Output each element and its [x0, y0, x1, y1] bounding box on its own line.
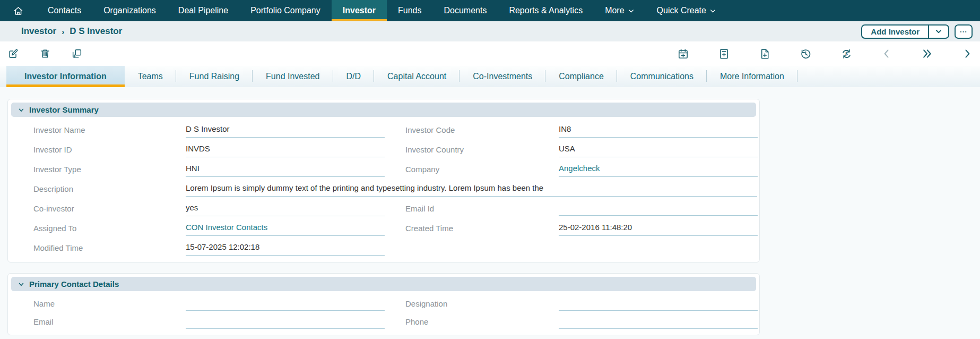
add-investor-split-button: Add Investor — [861, 24, 949, 39]
investor-country-label: Investor Country — [385, 145, 559, 154]
breadcrumb-bar: Investor › D S Investor Add Investor ... — [0, 21, 980, 41]
investor-id-value[interactable]: INVDS — [186, 142, 385, 157]
header-actions: Add Investor ... — [861, 24, 973, 39]
chevron-right-icon[interactable] — [962, 48, 973, 59]
tab-label: Fund Raising — [189, 72, 239, 81]
chevron-down-icon — [18, 281, 25, 288]
contact-email-value[interactable] — [186, 315, 385, 329]
double-chevron-right-icon[interactable] — [921, 48, 933, 59]
modified-time-value: 15-07-2025 12:02:18 — [186, 240, 385, 256]
tab-fund-raising[interactable]: Fund Raising — [176, 66, 253, 87]
nav-home-button[interactable] — [0, 0, 37, 21]
company-value-link[interactable]: Angelcheck — [559, 162, 758, 177]
designation-value[interactable] — [559, 296, 758, 311]
co-investor-label: Co-investor — [33, 204, 186, 213]
nav-item-investor[interactable]: Investor — [332, 0, 387, 21]
phone-value[interactable] — [559, 315, 758, 329]
nav-item-label: Reports & Analytics — [509, 6, 583, 15]
delete-icon[interactable] — [39, 48, 51, 60]
investor-code-label: Investor Code — [385, 125, 559, 134]
field-row: Investor Type HNI Company Angelcheck — [8, 159, 759, 179]
tab-dd[interactable]: D/D — [333, 66, 375, 87]
primary-contact-card: Primary Contact Details Name Designation… — [7, 273, 760, 335]
nav-item-quick-create[interactable]: Quick Create — [646, 0, 727, 21]
tab-fund-invested[interactable]: Fund Invested — [253, 66, 333, 87]
email-id-value[interactable] — [559, 201, 758, 216]
nav-item-organizations[interactable]: Organizations — [92, 0, 167, 21]
investor-type-value[interactable]: HNI — [186, 162, 385, 177]
nav-item-reports-analytics[interactable]: Reports & Analytics — [498, 0, 594, 21]
description-value[interactable]: Lorem Ipsum is simply dummy text of the … — [186, 181, 757, 197]
tab-investor-information[interactable]: Investor Information — [6, 66, 125, 87]
nav-item-label: Organizations — [103, 6, 156, 15]
tab-label: Fund Invested — [266, 72, 319, 81]
investor-country-value[interactable]: USA — [559, 142, 758, 157]
tab-label: More Information — [720, 72, 784, 81]
nav-item-label: Contacts — [48, 6, 81, 15]
contact-name-label: Name — [33, 299, 186, 308]
contact-name-value[interactable] — [186, 296, 385, 311]
tab-label: Investor Information — [24, 72, 107, 81]
breadcrumb: Investor › D S Investor — [21, 26, 122, 37]
section-title: Investor Summary — [29, 105, 99, 114]
currency-sync-icon[interactable]: $ — [840, 48, 853, 60]
field-row: Investor ID INVDS Investor Country USA — [8, 140, 759, 159]
field-row: Co-investor yes Email Id — [8, 199, 759, 218]
created-time-value: 25-02-2016 11:48:20 — [559, 221, 758, 236]
email-id-label: Email Id — [385, 204, 559, 213]
tab-teams[interactable]: Teams — [125, 66, 176, 87]
nav-item-label: Investor — [343, 6, 376, 15]
file-add-icon[interactable] — [759, 48, 771, 60]
note-add-icon[interactable] — [718, 48, 730, 60]
chevron-down-icon — [628, 7, 635, 14]
chevron-left-icon[interactable] — [881, 48, 892, 59]
investor-name-value[interactable]: D S Investor — [186, 122, 385, 138]
tab-co-investments[interactable]: Co-Investments — [459, 66, 545, 87]
chevron-down-icon — [709, 7, 716, 14]
field-row: Name Designation — [8, 294, 759, 312]
main-content: Investor Summary Investor Name D S Inves… — [0, 87, 980, 335]
edit-icon[interactable] — [7, 48, 19, 60]
nav-item-deal-pipeline[interactable]: Deal Pipeline — [167, 0, 239, 21]
overflow-menu-button[interactable]: ... — [955, 24, 973, 39]
tab-capital-account[interactable]: Capital Account — [374, 66, 459, 87]
co-investor-value[interactable]: yes — [186, 201, 385, 216]
add-investor-button[interactable]: Add Investor — [862, 26, 928, 38]
tab-label: Co-Investments — [473, 72, 532, 81]
chevron-down-icon — [935, 28, 942, 35]
nav-item-label: More — [605, 6, 624, 15]
nav-item-label: Quick Create — [657, 6, 706, 15]
designation-label: Designation — [385, 299, 559, 308]
modified-time-label: Modified Time — [33, 243, 186, 252]
field-row: Modified Time 15-07-2025 12:02:18 — [8, 238, 759, 258]
investor-code-value[interactable]: IN8 — [559, 122, 758, 138]
company-label: Company — [385, 165, 559, 174]
tab-compliance[interactable]: Compliance — [545, 66, 617, 87]
breadcrumb-parent-link[interactable]: Investor — [21, 26, 56, 37]
calendar-add-icon[interactable] — [677, 48, 689, 60]
primary-contact-section-header[interactable]: Primary Contact Details — [11, 277, 756, 291]
record-toolbar: $ — [0, 41, 980, 66]
investor-name-label: Investor Name — [33, 125, 186, 134]
investor-summary-card: Investor Summary Investor Name D S Inves… — [7, 99, 760, 262]
nav-item-funds[interactable]: Funds — [387, 0, 432, 21]
add-investor-dropdown-button[interactable] — [928, 26, 948, 38]
investor-summary-section-header[interactable]: Investor Summary — [11, 103, 756, 117]
top-navigation: Contacts Organizations Deal Pipeline Por… — [0, 0, 980, 21]
clone-icon[interactable] — [71, 48, 83, 60]
tab-label: Capital Account — [387, 72, 446, 81]
history-icon[interactable] — [800, 48, 812, 60]
nav-item-more[interactable]: More — [594, 0, 645, 21]
tab-label: Compliance — [559, 72, 603, 81]
nav-item-documents[interactable]: Documents — [432, 0, 498, 21]
tab-communications[interactable]: Communications — [617, 66, 707, 87]
toolbar-right-group: $ — [677, 48, 973, 60]
nav-item-contacts[interactable]: Contacts — [37, 0, 92, 21]
tab-label: Teams — [138, 72, 163, 81]
nav-item-label: Portfolio Company — [250, 6, 320, 15]
nav-item-label: Deal Pipeline — [178, 6, 228, 15]
assigned-to-value-link[interactable]: CON Investor Contacts — [186, 221, 385, 236]
assigned-to-label: Assigned To — [33, 224, 186, 233]
nav-item-portfolio-company[interactable]: Portfolio Company — [239, 0, 332, 21]
tab-more-information[interactable]: More Information — [707, 66, 797, 87]
